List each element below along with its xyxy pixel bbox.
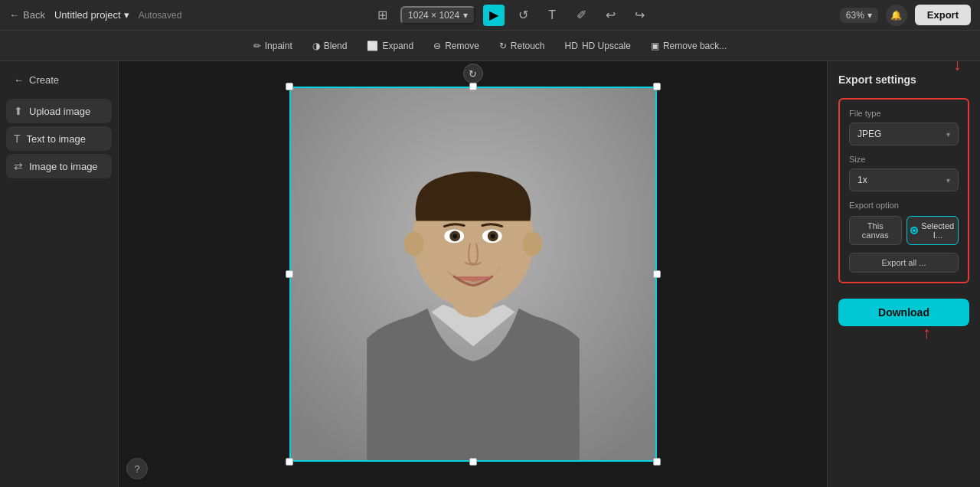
play-button[interactable]: ▶ [483, 5, 505, 26]
topbar-center: ⊞ 1024 × 1024 ▾ ▶ ↺ T ✐ ↩ ↪ [371, 5, 650, 26]
size-value: 1x [858, 175, 867, 185]
export-all-button[interactable]: Export all ... [849, 253, 959, 273]
zoom-button[interactable]: 63% ▾ [840, 8, 878, 23]
expand-icon: ⬜ [367, 41, 378, 51]
remove-background-label: Remove back... [663, 41, 727, 51]
pen-tool-button[interactable]: ✐ [570, 5, 592, 26]
text-to-image-label: Text to image [27, 133, 86, 145]
selected-radio-dot [910, 227, 918, 234]
size-chevron: ▾ [946, 176, 950, 185]
handle-top-right[interactable] [653, 83, 661, 90]
handle-bottom-left[interactable] [286, 458, 293, 466]
export-panel: ↑ Export settings File type JPEG ▾ Size … [827, 61, 980, 487]
back-icon: ← [9, 9, 19, 21]
remove-icon: ⊖ [433, 41, 441, 51]
download-button[interactable]: Download [838, 299, 969, 326]
export-option-label: Export option [849, 201, 959, 210]
expand-tool[interactable]: ⬜ Expand [359, 38, 421, 54]
notification-button[interactable]: 🔔 [886, 5, 907, 26]
blend-label: Blend [324, 41, 348, 51]
frame-tool-button[interactable]: ⊞ [371, 5, 393, 26]
hd-upscale-icon: HD [565, 41, 578, 51]
image-to-image-label: Image to image [29, 161, 98, 172]
topbar: ← Back Untitled project ▾ Autosaved ⊞ 10… [0, 0, 980, 31]
file-type-value: JPEG [858, 129, 881, 139]
help-button[interactable]: ? [126, 458, 148, 479]
svg-point-11 [522, 231, 542, 256]
this-canvas-option[interactable]: This canvas [849, 216, 902, 245]
retouch-icon: ↻ [499, 41, 507, 51]
project-name-chevron: ▾ [124, 9, 129, 21]
zoom-chevron: ▾ [867, 10, 872, 21]
inpaint-label: Inpaint [265, 41, 292, 51]
remove-label: Remove [445, 41, 479, 51]
undo-button[interactable]: ↩ [599, 5, 621, 26]
export-options-row: This canvas Selected I... [849, 216, 959, 245]
main-area: ← Create ⬆ Upload image T Text to image … [0, 61, 980, 487]
sidebar-item-image-to-image[interactable]: ⇄ Image to image [6, 154, 112, 178]
canvas-image[interactable] [289, 87, 657, 462]
sidebar: ← Create ⬆ Upload image T Text to image … [0, 61, 119, 487]
canvas-size-text: 1024 × 1024 [408, 10, 459, 21]
svg-point-8 [452, 234, 457, 238]
handle-top-mid[interactable] [469, 83, 477, 90]
blend-tool[interactable]: ◑ Blend [305, 38, 355, 54]
topbar-right: 63% ▾ 🔔 Export [840, 5, 971, 26]
retouch-tool[interactable]: ↻ Retouch [492, 38, 553, 54]
back-label: Back [23, 9, 45, 21]
topbar-left: ← Back Untitled project ▾ Autosaved [9, 9, 181, 21]
create-label: Create [29, 74, 59, 86]
image-to-image-icon: ⇄ [14, 160, 23, 172]
sidebar-create[interactable]: ← Create [6, 69, 112, 91]
handle-mid-right[interactable] [653, 270, 661, 278]
size-label: Size [849, 155, 959, 164]
canvas-size-chevron: ▾ [463, 10, 468, 21]
export-settings-box: File type JPEG ▾ Size 1x ▾ Export option… [838, 98, 969, 283]
handle-bottom-right[interactable] [653, 458, 661, 466]
expand-label: Expand [382, 41, 413, 51]
back-button[interactable]: ← Back [9, 9, 45, 21]
bottom-bar: ? [119, 458, 155, 479]
sidebar-item-text-to-image[interactable]: T Text to image [6, 126, 112, 151]
export-panel-title: Export settings [838, 74, 969, 86]
remove-tool[interactable]: ⊖ Remove [426, 38, 487, 54]
project-name[interactable]: Untitled project ▾ [54, 9, 129, 21]
text-icon: T [14, 132, 21, 145]
file-type-label: File type [849, 109, 959, 118]
canvas-wrapper: ↻ [289, 87, 657, 462]
handle-top-left[interactable] [286, 83, 293, 90]
file-type-chevron: ▾ [946, 130, 950, 139]
create-icon: ← [14, 74, 24, 86]
refresh-button[interactable]: ↻ [463, 64, 483, 83]
file-type-select[interactable]: JPEG ▾ [849, 123, 959, 145]
svg-point-9 [490, 234, 495, 238]
this-canvas-label: This canvas [853, 221, 898, 240]
sidebar-item-upload-image[interactable]: ⬆ Upload image [6, 99, 112, 123]
hd-upscale-label: HD Upscale [582, 41, 631, 51]
upload-icon: ⬆ [14, 105, 23, 117]
inpaint-tool[interactable]: ✏ Inpaint [246, 38, 300, 54]
size-select[interactable]: 1x ▾ [849, 168, 959, 191]
export-button[interactable]: Export [915, 5, 971, 25]
notif-icon: 🔔 [890, 10, 902, 21]
text-tool-button[interactable]: T [541, 5, 563, 26]
canvas-area: ↻ [119, 61, 827, 487]
autosaved-status: Autosaved [139, 10, 182, 21]
toolbar: ✏ Inpaint ◑ Blend ⬜ Expand ⊖ Remove ↻ Re… [0, 31, 980, 61]
hd-upscale-tool[interactable]: HD HD Upscale [557, 38, 639, 54]
blend-icon: ◑ [312, 41, 320, 51]
handle-bottom-mid[interactable] [469, 458, 477, 466]
rotate-button[interactable]: ↺ [512, 5, 534, 26]
upload-image-label: Upload image [29, 106, 90, 117]
retouch-label: Retouch [511, 41, 545, 51]
selected-option[interactable]: Selected I... [906, 216, 959, 245]
redo-button[interactable]: ↪ [629, 5, 650, 26]
remove-background-tool[interactable]: ▣ Remove back... [643, 38, 734, 54]
project-name-text: Untitled project [54, 9, 121, 21]
zoom-value: 63% [846, 10, 864, 21]
inpaint-icon: ✏ [253, 41, 261, 51]
canvas-size-button[interactable]: 1024 × 1024 ▾ [400, 6, 475, 25]
selected-label: Selected I... [921, 221, 956, 240]
handle-mid-left[interactable] [286, 270, 293, 278]
arrow-bottom-indicator: ↑ [923, 323, 931, 343]
